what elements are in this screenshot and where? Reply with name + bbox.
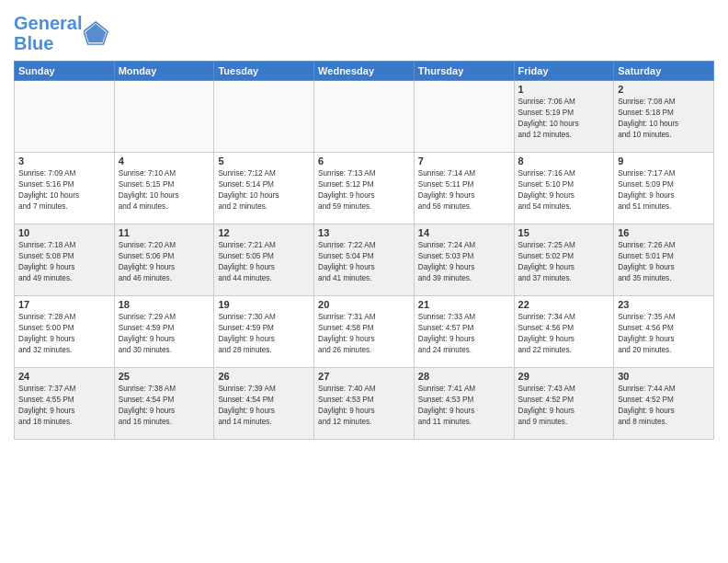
logo-icon — [84, 20, 109, 46]
day-number: 21 — [418, 299, 510, 310]
day-info: Sunrise: 7:17 AMSunset: 5:09 PMDaylight:… — [618, 168, 710, 213]
svg-marker-0 — [85, 24, 106, 43]
calendar-cell: 14Sunrise: 7:24 AMSunset: 5:03 PMDayligh… — [414, 224, 514, 296]
calendar-cell: 28Sunrise: 7:41 AMSunset: 4:53 PMDayligh… — [414, 368, 514, 440]
day-info: Sunrise: 7:29 AMSunset: 4:59 PMDaylight:… — [119, 312, 210, 356]
calendar-cell: 1Sunrise: 7:06 AMSunset: 5:19 PMDaylight… — [514, 81, 614, 153]
weekday-header-wednesday: Wednesday — [314, 62, 415, 81]
day-info: Sunrise: 7:40 AMSunset: 4:53 PMDaylight:… — [318, 384, 410, 428]
day-number: 28 — [418, 371, 510, 382]
calendar-cell: 6Sunrise: 7:13 AMSunset: 5:12 PMDaylight… — [314, 153, 415, 224]
calendar-cell: 25Sunrise: 7:38 AMSunset: 4:54 PMDayligh… — [114, 368, 214, 440]
day-number: 4 — [119, 155, 210, 167]
calendar-cell: 18Sunrise: 7:29 AMSunset: 4:59 PMDayligh… — [114, 296, 214, 368]
day-number: 23 — [618, 299, 710, 310]
day-number: 25 — [119, 371, 210, 382]
day-info: Sunrise: 7:10 AMSunset: 5:15 PMDaylight:… — [119, 168, 210, 213]
day-info: Sunrise: 7:28 AMSunset: 5:00 PMDaylight:… — [18, 312, 110, 356]
day-number: 5 — [218, 155, 310, 167]
day-info: Sunrise: 7:34 AMSunset: 4:56 PMDaylight:… — [518, 312, 610, 356]
day-number: 19 — [218, 299, 310, 310]
day-number: 6 — [318, 155, 410, 167]
weekday-header-thursday: Thursday — [414, 62, 514, 81]
day-info: Sunrise: 7:09 AMSunset: 5:16 PMDaylight:… — [18, 168, 110, 213]
calendar-cell — [15, 81, 115, 153]
day-number: 12 — [218, 227, 310, 238]
weekday-header-friday: Friday — [514, 62, 614, 81]
weekday-header-saturday: Saturday — [614, 62, 714, 81]
day-number: 16 — [618, 227, 710, 238]
day-number: 15 — [518, 227, 610, 238]
calendar-cell: 20Sunrise: 7:31 AMSunset: 4:58 PMDayligh… — [314, 296, 415, 368]
calendar-cell: 21Sunrise: 7:33 AMSunset: 4:57 PMDayligh… — [414, 296, 514, 368]
day-info: Sunrise: 7:20 AMSunset: 5:06 PMDaylight:… — [119, 240, 210, 284]
day-number: 22 — [518, 299, 610, 310]
calendar-cell: 24Sunrise: 7:37 AMSunset: 4:55 PMDayligh… — [15, 368, 115, 440]
day-number: 17 — [18, 299, 110, 310]
day-info: Sunrise: 7:08 AMSunset: 5:18 PMDaylight:… — [618, 97, 710, 141]
calendar-week-2: 3Sunrise: 7:09 AMSunset: 5:16 PMDaylight… — [15, 153, 714, 224]
day-info: Sunrise: 7:24 AMSunset: 5:03 PMDaylight:… — [418, 240, 510, 284]
day-number: 18 — [119, 299, 210, 310]
day-info: Sunrise: 7:25 AMSunset: 5:02 PMDaylight:… — [518, 240, 610, 284]
logo: General Blue — [14, 13, 109, 53]
calendar-week-4: 17Sunrise: 7:28 AMSunset: 5:00 PMDayligh… — [15, 296, 714, 368]
weekday-header-monday: Monday — [114, 62, 214, 81]
day-info: Sunrise: 7:41 AMSunset: 4:53 PMDaylight:… — [418, 384, 510, 428]
calendar-week-1: 1Sunrise: 7:06 AMSunset: 5:19 PMDaylight… — [15, 81, 714, 153]
logo-text: General Blue — [14, 13, 82, 53]
calendar-cell: 2Sunrise: 7:08 AMSunset: 5:18 PMDaylight… — [614, 81, 714, 153]
calendar-cell: 19Sunrise: 7:30 AMSunset: 4:59 PMDayligh… — [214, 296, 314, 368]
calendar-cell: 26Sunrise: 7:39 AMSunset: 4:54 PMDayligh… — [214, 368, 314, 440]
calendar-cell: 17Sunrise: 7:28 AMSunset: 5:00 PMDayligh… — [15, 296, 115, 368]
day-number: 26 — [218, 371, 310, 382]
day-number: 13 — [318, 227, 410, 238]
calendar-cell — [114, 81, 214, 153]
calendar-cell: 27Sunrise: 7:40 AMSunset: 4:53 PMDayligh… — [314, 368, 415, 440]
day-info: Sunrise: 7:35 AMSunset: 4:56 PMDaylight:… — [618, 312, 710, 356]
calendar-cell: 29Sunrise: 7:43 AMSunset: 4:52 PMDayligh… — [514, 368, 614, 440]
calendar-cell: 15Sunrise: 7:25 AMSunset: 5:02 PMDayligh… — [514, 224, 614, 296]
day-number: 30 — [618, 371, 710, 382]
calendar-cell: 8Sunrise: 7:16 AMSunset: 5:10 PMDaylight… — [514, 153, 614, 224]
calendar-cell: 11Sunrise: 7:20 AMSunset: 5:06 PMDayligh… — [114, 224, 214, 296]
day-number: 24 — [18, 371, 110, 382]
day-info: Sunrise: 7:37 AMSunset: 4:55 PMDaylight:… — [18, 384, 110, 428]
day-info: Sunrise: 7:38 AMSunset: 4:54 PMDaylight:… — [119, 384, 210, 428]
calendar-cell — [414, 81, 514, 153]
calendar-cell — [314, 81, 415, 153]
day-number: 1 — [518, 84, 610, 95]
calendar-cell: 23Sunrise: 7:35 AMSunset: 4:56 PMDayligh… — [614, 296, 714, 368]
day-number: 11 — [119, 227, 210, 238]
day-info: Sunrise: 7:43 AMSunset: 4:52 PMDaylight:… — [518, 384, 610, 428]
day-info: Sunrise: 7:31 AMSunset: 4:58 PMDaylight:… — [318, 312, 410, 356]
calendar-cell: 5Sunrise: 7:12 AMSunset: 5:14 PMDaylight… — [214, 153, 314, 224]
day-number: 10 — [18, 227, 110, 238]
day-number: 8 — [518, 155, 610, 167]
calendar-cell: 30Sunrise: 7:44 AMSunset: 4:52 PMDayligh… — [614, 368, 714, 440]
day-info: Sunrise: 7:14 AMSunset: 5:11 PMDaylight:… — [418, 168, 510, 213]
calendar-cell: 3Sunrise: 7:09 AMSunset: 5:16 PMDaylight… — [15, 153, 115, 224]
day-info: Sunrise: 7:26 AMSunset: 5:01 PMDaylight:… — [618, 240, 710, 284]
weekday-header-sunday: Sunday — [15, 62, 115, 81]
calendar-header-row: SundayMondayTuesdayWednesdayThursdayFrid… — [15, 62, 714, 81]
day-info: Sunrise: 7:33 AMSunset: 4:57 PMDaylight:… — [418, 312, 510, 356]
day-number: 20 — [318, 299, 410, 310]
calendar-cell: 22Sunrise: 7:34 AMSunset: 4:56 PMDayligh… — [514, 296, 614, 368]
day-info: Sunrise: 7:16 AMSunset: 5:10 PMDaylight:… — [518, 168, 610, 213]
day-number: 27 — [318, 371, 410, 382]
calendar-cell: 4Sunrise: 7:10 AMSunset: 5:15 PMDaylight… — [114, 153, 214, 224]
day-number: 7 — [418, 155, 510, 167]
calendar-cell: 7Sunrise: 7:14 AMSunset: 5:11 PMDaylight… — [414, 153, 514, 224]
day-info: Sunrise: 7:44 AMSunset: 4:52 PMDaylight:… — [618, 384, 710, 428]
weekday-header-tuesday: Tuesday — [214, 62, 314, 81]
day-number: 2 — [618, 84, 710, 95]
day-info: Sunrise: 7:13 AMSunset: 5:12 PMDaylight:… — [318, 168, 410, 213]
calendar-week-5: 24Sunrise: 7:37 AMSunset: 4:55 PMDayligh… — [15, 368, 714, 440]
day-info: Sunrise: 7:22 AMSunset: 5:04 PMDaylight:… — [318, 240, 410, 284]
day-info: Sunrise: 7:18 AMSunset: 5:08 PMDaylight:… — [18, 240, 110, 284]
day-info: Sunrise: 7:06 AMSunset: 5:19 PMDaylight:… — [518, 97, 610, 141]
calendar-cell — [214, 81, 314, 153]
calendar-cell: 10Sunrise: 7:18 AMSunset: 5:08 PMDayligh… — [15, 224, 115, 296]
day-number: 3 — [18, 155, 110, 167]
